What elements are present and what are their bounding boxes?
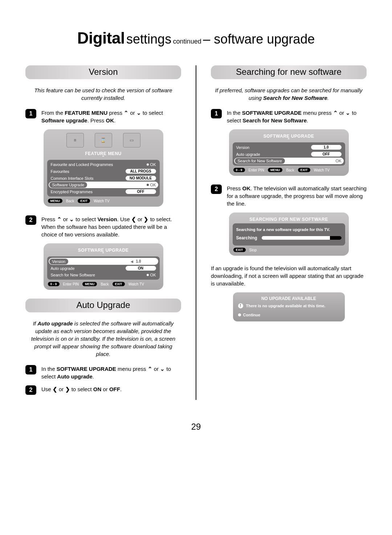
osd-row-label: Auto upgrade (51, 266, 75, 271)
footer-pill: EXIT (233, 248, 246, 252)
footer-label: Back (101, 282, 109, 286)
footer-pill: 0 - 9 (48, 282, 60, 286)
up-arrow-icon: ⌃ (57, 216, 62, 222)
searching-step-2: Press OK. The television will automatica… (227, 185, 367, 207)
auto-upgrade-intro: If Auto upgrade is selected the software… (29, 320, 177, 358)
software-upgrade-osd-1: SOFTWARE UPGRADE⌃ Version◀1.0▶Auto upgra… (44, 243, 163, 290)
feature-menu-title: FEATURE MENU ⌃ (47, 150, 160, 160)
footer-pill: 0 - 9 (233, 168, 245, 172)
osd-value-pill: OFF (311, 152, 342, 157)
osd-row-label: Common Interface Slots (51, 176, 94, 181)
searching-message: Searching for a new software upgrade for… (236, 227, 342, 232)
osd-ok-action: OK (147, 183, 156, 187)
section-auto-upgrade: Auto Upgrade (25, 299, 181, 312)
title-digital: Digital (77, 29, 125, 47)
right-arrow-icon: ❯ (65, 386, 70, 392)
feature-menu-osd: ≡ ⌛ ▭ FEATURE MENU ⌃ Favourite and Locke… (44, 129, 163, 207)
title-continued: continued (173, 38, 201, 45)
osd-row: Common Interface SlotsNO MODULE (49, 175, 158, 182)
osd-icon-3: ▭ (123, 133, 140, 147)
column-divider (196, 65, 196, 400)
osd-row-label: Favourites (51, 169, 69, 174)
osd-row: Version1.0 (234, 144, 344, 151)
osd-row: FavouritesALL PROGS (49, 168, 158, 175)
osd-row-label: Version (236, 145, 250, 150)
osd-row: Encrypted ProgrammesOFF (49, 188, 158, 195)
step-1-badge: 1 (25, 109, 36, 118)
down-arrow-icon: ⌄ (346, 110, 350, 116)
footer-pill: MENU (48, 199, 63, 203)
osd-value-pill: ON (126, 266, 156, 271)
searching-label: Searching (236, 235, 257, 240)
footer-label: Watch TV (94, 199, 109, 203)
osd-value-pill: 1.0 (311, 145, 342, 150)
osd-icon-1: ≡ (66, 133, 84, 147)
footer-pill: EXIT (298, 168, 310, 172)
searching-result-text: If an upgrade is found the television wi… (211, 264, 367, 287)
footer-pill: EXIT (113, 282, 125, 286)
footer-label: Stop (249, 248, 257, 252)
page-number: 29 (25, 422, 367, 432)
footer-pill: MENU (82, 282, 97, 286)
footer-pill: MENU (268, 168, 283, 172)
osd-row: Version◀1.0▶ (49, 258, 158, 265)
version-step-2: Press ⌃ or ⌄ to select Version. Use ❮ or… (41, 215, 181, 238)
au-step-1-badge: 1 (25, 365, 36, 374)
osd-ok-action: OK (147, 273, 156, 277)
osd-row: Auto upgradeOFF (234, 151, 344, 158)
down-arrow-icon: ⌄ (160, 366, 165, 372)
osd-row-label: Encrypted Programmes (51, 190, 93, 194)
footer-label: Enter PIN (249, 168, 264, 172)
osd-row: Favourite and Locked ProgrammesOK (49, 161, 158, 168)
footer-pill: EXIT (78, 199, 90, 203)
searching-intro: If preferred, software upgrades can be s… (215, 86, 363, 102)
progress-bar (262, 236, 342, 240)
osd-ok-action: OK (332, 159, 342, 163)
auto-upgrade-step-2: Use ❮ or ❯ to select ON or OFF. (41, 385, 122, 393)
auto-upgrade-step-1: In the SOFTWARE UPGRADE menu press ⌃ or … (41, 365, 181, 380)
continue-row: Continue (238, 313, 340, 317)
search-step-2-badge: 2 (211, 185, 222, 194)
page-title: Digital settings continued – software up… (25, 29, 367, 47)
up-arrow-icon: ⌃ (148, 366, 152, 372)
info-icon: ! (238, 303, 243, 308)
osd-row: Software UpgradeOK (49, 182, 158, 188)
title-software-upgrade: – software upgrade (203, 32, 315, 46)
up-arrow-icon: ⌃ (124, 110, 128, 116)
osd-row-label: Favourite and Locked Programmes (51, 162, 113, 167)
osd-row-label: Software Upgrade (49, 182, 87, 188)
no-upgrade-osd: NO UPGRADE AVAILABLE ! There is no upgra… (233, 292, 345, 321)
au-step-2-badge: 2 (25, 385, 36, 395)
footer-label: Back (286, 168, 294, 172)
osd-version-control: ◀1.0▶ (127, 259, 156, 264)
search-step-1-badge: 1 (211, 109, 222, 118)
osd-value-pill: NO MODULE (126, 176, 156, 181)
no-upgrade-title: NO UPGRADE AVAILABLE (238, 296, 340, 301)
left-arrow-icon: ❮ (131, 216, 136, 222)
down-arrow-icon: ⌄ (69, 216, 74, 222)
section-searching: Searching for new software (211, 65, 367, 79)
osd-row-label: Auto upgrade (236, 152, 260, 157)
section-version: Version (25, 65, 181, 79)
osd-value-pill: OFF (126, 189, 156, 194)
right-arrow-icon: ❯ (144, 216, 148, 222)
step-2-badge: 2 (25, 215, 36, 225)
osd-icon-2: ⌛ (95, 133, 112, 147)
no-upgrade-message: There is no upgrade available at this ti… (246, 303, 326, 309)
osd-row-label: Search for New Software (51, 273, 95, 277)
searching-osd: SEARCHING FOR NEW SOFTWARE Searching for… (229, 212, 349, 256)
software-upgrade-osd-2: SOFTWARE UPGRADE⌃ Version1.0Auto upgrade… (229, 129, 349, 176)
footer-label: Back (66, 199, 74, 203)
osd-row: Auto upgradeON (49, 265, 158, 272)
osd-row-label: Search for New Software (235, 158, 285, 164)
osd-value-pill: ALL PROGS (126, 169, 156, 174)
up-arrow-icon: ⌃ (333, 110, 338, 116)
footer-label: Watch TV (128, 282, 144, 286)
version-intro: This feature can be used to check the ve… (29, 86, 177, 102)
osd-row-label: Version (49, 259, 69, 264)
title-settings: settings (126, 32, 171, 46)
version-step-1: From the FEATURE MENU press ⌃ or ⌄ to se… (41, 109, 181, 124)
left-arrow-icon: ❮ (53, 386, 57, 392)
ok-dot-icon (238, 313, 241, 316)
down-arrow-icon: ⌄ (136, 110, 141, 116)
